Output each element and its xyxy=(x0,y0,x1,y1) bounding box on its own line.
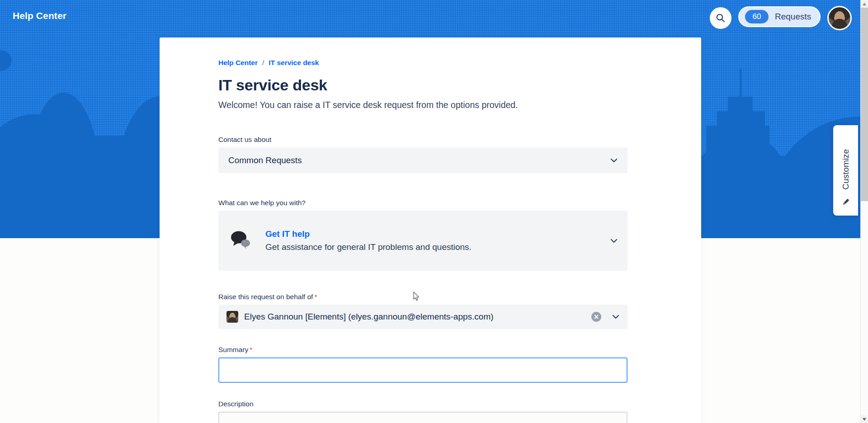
request-type-description: Get assistance for general IT problems a… xyxy=(265,242,610,252)
behalf-label: Raise this request on behalf of* xyxy=(218,293,627,301)
hill-base xyxy=(0,136,163,238)
behalf-user-avatar xyxy=(226,311,238,323)
customize-tab[interactable]: Customize xyxy=(833,125,858,216)
help-center-logo[interactable]: Help Center xyxy=(13,10,66,21)
cloud-shape xyxy=(0,50,12,71)
chevron-down-icon xyxy=(610,239,618,243)
search-icon xyxy=(716,13,726,23)
description-textarea[interactable] xyxy=(218,412,627,423)
tower-mid xyxy=(717,111,765,127)
breadcrumb-help-center-link[interactable]: Help Center xyxy=(218,59,258,67)
requests-button[interactable]: 60 Requests xyxy=(738,6,821,27)
page-intro: Welcome! You can raise a IT service desk… xyxy=(218,100,627,110)
tower-antenna xyxy=(740,69,742,99)
breadcrumb-separator: / xyxy=(262,59,264,67)
summary-label: Summary* xyxy=(218,346,627,354)
request-type-select[interactable]: Get IT help Get assistance for general I… xyxy=(218,211,627,271)
scrollbar-up-button[interactable] xyxy=(861,0,868,8)
tower-top xyxy=(728,97,753,112)
chevron-down-icon xyxy=(610,158,618,163)
chat-bubbles-icon xyxy=(229,230,252,250)
clear-circle-icon xyxy=(594,315,599,319)
search-button[interactable] xyxy=(710,7,731,29)
contact-us-select[interactable]: Common Requests xyxy=(218,147,627,173)
request-type-label: What can we help you with? xyxy=(218,199,627,207)
behalf-user-select[interactable]: Elyes Gannoun [Elements] (elyes.gannoun@… xyxy=(218,305,627,329)
breadcrumb-current-link[interactable]: IT service desk xyxy=(269,59,319,67)
clear-selection-button[interactable] xyxy=(591,312,601,322)
request-type-title: Get IT help xyxy=(265,229,610,239)
breadcrumb: Help Center / IT service desk xyxy=(218,59,627,67)
required-asterisk: * xyxy=(250,346,252,353)
portal-card: Help Center / IT service desk IT service… xyxy=(160,38,701,423)
pencil-icon xyxy=(841,197,850,207)
summary-input[interactable] xyxy=(218,357,627,383)
behalf-user-value: Elyes Gannoun [Elements] (elyes.gannoun@… xyxy=(244,312,591,322)
required-asterisk: * xyxy=(314,293,317,301)
arrow-down-icon xyxy=(863,418,866,421)
customize-label: Customize xyxy=(841,149,851,190)
page-title: IT service desk xyxy=(218,76,627,94)
contact-us-value: Common Requests xyxy=(228,155,610,165)
requests-count-badge: 60 xyxy=(745,10,769,24)
user-avatar[interactable] xyxy=(827,6,852,30)
page-scrollbar[interactable] xyxy=(860,0,868,423)
description-label: Description xyxy=(218,400,627,408)
scrollbar-thumb[interactable] xyxy=(861,8,868,201)
scrollbar-down-button[interactable] xyxy=(861,415,868,423)
chevron-down-icon xyxy=(612,315,619,319)
requests-label: Requests xyxy=(775,12,811,22)
arrow-up-icon xyxy=(863,3,866,5)
contact-us-label: Contact us about xyxy=(218,136,627,144)
